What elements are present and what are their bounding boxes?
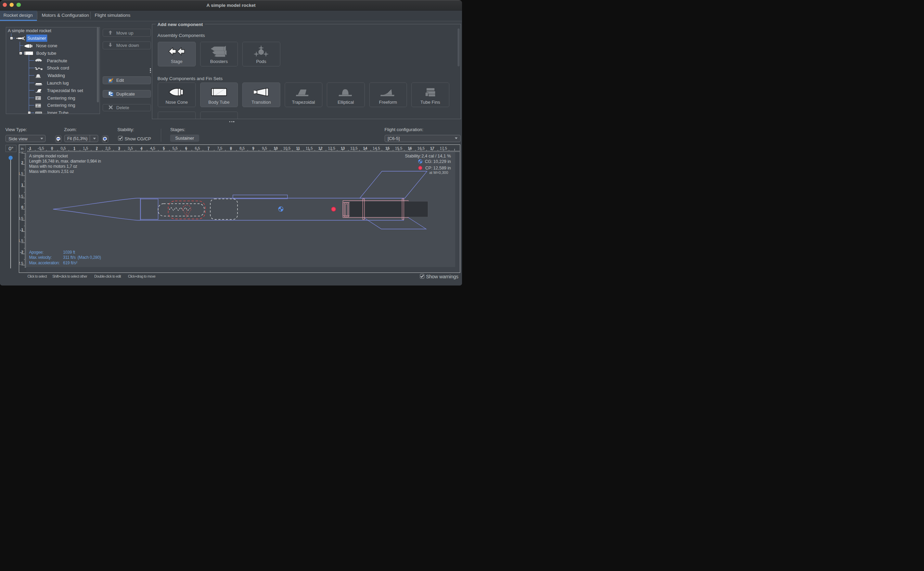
svg-text:6: 6 — [185, 146, 187, 150]
svg-text:17,5: 17,5 — [440, 146, 447, 150]
svg-text:in: in — [21, 147, 24, 150]
svg-text:1039 ft: 1039 ft — [63, 250, 75, 255]
svg-text:4: 4 — [140, 146, 143, 150]
svg-text:311 ft/s (Mach 0,280): 311 ft/s (Mach 0,280) — [63, 255, 101, 260]
svg-text:14,5: 14,5 — [373, 146, 380, 150]
svg-text:12: 12 — [318, 146, 322, 150]
svg-text:13: 13 — [340, 146, 345, 150]
svg-text:13,5: 13,5 — [350, 146, 357, 150]
svg-text:2: 2 — [21, 160, 23, 164]
svg-text:7,5: 7,5 — [217, 146, 222, 150]
svg-text:CG: 10,229 in: CG: 10,229 in — [425, 159, 451, 164]
svg-text:0,5: 0,5 — [60, 146, 66, 150]
svg-text:-0,5: -0,5 — [19, 216, 23, 221]
svg-text:10,5: 10,5 — [283, 146, 290, 150]
svg-text:5: 5 — [163, 146, 165, 150]
svg-text:A simple model rocket: A simple model rocket — [29, 153, 68, 158]
svg-text:Max. acceleration:: Max. acceleration: — [29, 260, 60, 265]
svg-text:Stability: 2,4 cal / 14,1 %: Stability: 2,4 cal / 14,1 % — [405, 153, 451, 158]
svg-text:Mass with no motors 1,7 oz: Mass with no motors 1,7 oz — [29, 164, 77, 169]
svg-text:Length 16,748 in, max. diamete: Length 16,748 in, max. diameter 0,984 in — [29, 159, 101, 163]
svg-text:Apogee:: Apogee: — [29, 250, 43, 255]
svg-text:1,5: 1,5 — [83, 146, 88, 150]
svg-text:1: 1 — [21, 183, 23, 187]
svg-text:11: 11 — [296, 146, 300, 150]
svg-text:10: 10 — [273, 146, 277, 150]
svg-text:2,5: 2,5 — [105, 146, 111, 150]
svg-text:-1: -1 — [28, 146, 31, 150]
svg-text:7: 7 — [207, 146, 209, 150]
svg-text:1: 1 — [73, 146, 75, 150]
svg-text:9: 9 — [252, 146, 254, 150]
svg-text:11,5: 11,5 — [306, 146, 313, 150]
svg-text:-1: -1 — [20, 227, 23, 231]
svg-text:0: 0 — [21, 205, 23, 209]
svg-text:Mass with motors 2,51 oz: Mass with motors 2,51 oz — [29, 169, 74, 174]
svg-text:15,5: 15,5 — [395, 146, 402, 150]
svg-text:Max. velocity:: Max. velocity: — [29, 255, 52, 260]
svg-text:16: 16 — [408, 146, 412, 150]
svg-text:0: 0 — [51, 146, 53, 150]
svg-text:4,5: 4,5 — [150, 146, 155, 150]
svg-text:14: 14 — [363, 146, 368, 150]
svg-text:at M=0,300: at M=0,300 — [429, 170, 448, 174]
svg-text:17: 17 — [430, 146, 434, 150]
svg-text:12,5: 12,5 — [328, 146, 335, 150]
svg-text:2: 2 — [95, 146, 97, 150]
svg-text:CP: 12,589 in: CP: 12,589 in — [425, 165, 451, 170]
svg-text:16,5: 16,5 — [417, 146, 424, 150]
svg-text:-2,5: -2,5 — [19, 261, 23, 265]
svg-text:-2: -2 — [20, 250, 23, 254]
svg-text:619 ft/s²: 619 ft/s² — [63, 260, 77, 265]
svg-text:6,5: 6,5 — [195, 146, 200, 150]
svg-text:8,5: 8,5 — [240, 146, 245, 150]
svg-text:9,5: 9,5 — [262, 146, 267, 150]
svg-text:1,5: 1,5 — [19, 171, 23, 176]
svg-text:3,5: 3,5 — [128, 146, 133, 150]
svg-text:-1,5: -1,5 — [19, 239, 23, 243]
svg-text:5,5: 5,5 — [172, 146, 178, 150]
svg-text:3: 3 — [118, 146, 120, 150]
svg-text:15: 15 — [385, 146, 390, 150]
svg-text:0,5: 0,5 — [19, 194, 23, 198]
svg-text:-0,5: -0,5 — [38, 146, 44, 150]
svg-text:8: 8 — [230, 146, 232, 150]
